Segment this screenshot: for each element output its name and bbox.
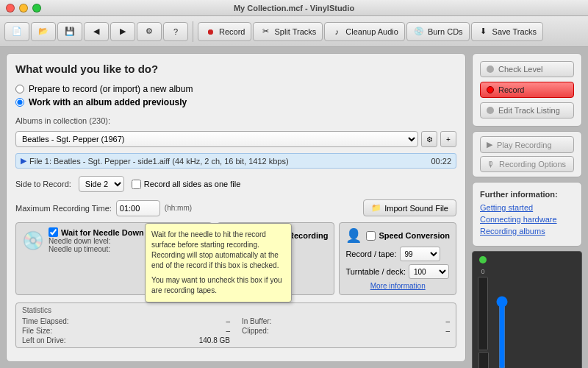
- record-button[interactable]: ⏺ Record: [198, 22, 251, 41]
- radio-existing-row[interactable]: Work with an album added previously: [15, 97, 456, 107]
- file-row: ▶ File 1: Beatles - Sgt. Pepper - side1.…: [15, 153, 456, 169]
- further-info-title: Further information:: [480, 190, 574, 199]
- level-meter-bars: 0: [477, 256, 489, 368]
- maximize-button[interactable]: [32, 4, 41, 13]
- minimize-button[interactable]: [19, 4, 28, 13]
- window-title: My Collection.mcf - VinylStudio: [234, 4, 354, 13]
- recording-options-button[interactable]: 🎙 Recording Options: [480, 156, 574, 172]
- album-select[interactable]: Beatles - Sgt. Pepper (1967): [15, 131, 418, 147]
- file-size-row: File Size: –: [22, 327, 230, 335]
- record-action-label: Record: [498, 85, 524, 94]
- recording-options-label: Recording Options: [499, 160, 566, 169]
- open-button[interactable]: 📂: [31, 22, 56, 41]
- more-info-link[interactable]: More information: [345, 282, 450, 290]
- check-level-icon: [487, 66, 494, 73]
- max-time-unit: (hh:mm): [165, 204, 192, 212]
- stats-panel: Statistics Time Elapsed: – In Buffer: – …: [15, 302, 456, 348]
- play-recording-label: Play Recording: [497, 141, 552, 149]
- tooltip-text2: You may want to uncheck this box if you …: [151, 275, 285, 296]
- record-all-row[interactable]: Record all sides as one file: [132, 180, 240, 189]
- record-action-icon: [487, 86, 494, 93]
- further-info-panel: Further information: Getting started Con…: [472, 182, 582, 247]
- speed-panel: 👤 Speed Conversion Record / tape: 99 Tur…: [339, 222, 456, 295]
- needle-down-row[interactable]: Wait for Needle Down: [49, 227, 144, 237]
- album-settings-button[interactable]: ⚙: [421, 131, 437, 147]
- level-slider[interactable]: [495, 296, 509, 369]
- edit-track-listing-button[interactable]: Edit Track Listing: [480, 102, 574, 118]
- side-label: Side to Record:: [15, 180, 71, 188]
- record-tape-select[interactable]: 99: [400, 247, 440, 261]
- save-tracks-button[interactable]: ⬇ Save Tracks: [471, 22, 544, 41]
- speed-checkbox[interactable]: [366, 231, 376, 241]
- side-select[interactable]: Side 2: [79, 176, 124, 192]
- window-controls: [6, 4, 41, 13]
- turntable-row: Turntable / deck: 100: [345, 264, 450, 279]
- radio-new-label: Prepare to record (or import) a new albu…: [29, 84, 193, 94]
- speed-row[interactable]: Speed Conversion: [366, 231, 450, 241]
- import-sound-file-button[interactable]: 📁 Import Sound File: [363, 199, 456, 216]
- level-zero: 0: [481, 268, 484, 275]
- burn-cds-button[interactable]: 💿 Burn CDs: [406, 22, 470, 41]
- file-duration: 00:22: [431, 157, 451, 166]
- page-title: What would you like to do?: [15, 63, 456, 75]
- needle-down-checkbox[interactable]: [49, 227, 58, 237]
- back-icon: ◀: [90, 26, 102, 38]
- record-tape-row: Record / tape: 99: [345, 247, 450, 261]
- open-icon: 📂: [37, 26, 49, 38]
- split-tracks-button[interactable]: ✂ Split Tracks: [253, 22, 323, 41]
- help-button[interactable]: ?: [163, 22, 188, 41]
- record-all-checkbox[interactable]: [132, 180, 141, 189]
- stats-grid: Time Elapsed: – In Buffer: – File Size: …: [22, 317, 450, 344]
- level-mask-right: [479, 353, 488, 368]
- save-tracks-icon: ⬇: [478, 26, 490, 38]
- vinyl-icon: 💿: [22, 230, 44, 251]
- needle-down-panel: 💿 Wait for Needle Down Needle down level…: [15, 222, 212, 295]
- side-row: Side to Record: Side 2 Record all sides …: [15, 176, 456, 192]
- split-icon: ✂: [259, 26, 271, 38]
- play-recording-button[interactable]: ▶ Play Recording: [480, 136, 574, 153]
- max-time-input[interactable]: [116, 200, 160, 216]
- record-tape-label: Record / tape:: [345, 250, 396, 258]
- in-buffer-label: In Buffer:: [242, 317, 271, 325]
- level-dot: [479, 256, 487, 263]
- import-icon: 📁: [371, 203, 381, 213]
- turntable-select[interactable]: 100: [409, 264, 449, 279]
- connecting-hardware-link[interactable]: Connecting hardware: [480, 215, 574, 224]
- toolbar-separator: [193, 21, 193, 42]
- burn-label: Burn CDs: [428, 27, 463, 36]
- forward-icon: ▶: [117, 26, 129, 38]
- level-mask-left: [478, 277, 487, 350]
- needle-down-detail1: Needle down level:: [49, 237, 144, 245]
- getting-started-link[interactable]: Getting started: [480, 203, 574, 212]
- turntable-label: Turntable / deck:: [345, 267, 406, 276]
- stats-title: Statistics: [22, 306, 450, 314]
- radio-existing[interactable]: [15, 98, 24, 107]
- album-add-button[interactable]: +: [440, 131, 456, 147]
- help-icon: ?: [170, 26, 182, 38]
- record-action-button[interactable]: Record: [480, 82, 574, 98]
- albums-label: Albums in collection (230):: [15, 116, 456, 125]
- tooltip-text1: Wait for the needle to hit the record su…: [151, 230, 285, 271]
- cleanup-audio-button[interactable]: ♪ Cleanup Audio: [324, 22, 405, 41]
- new-button[interactable]: 📄: [4, 22, 29, 41]
- save-button[interactable]: 💾: [57, 22, 82, 41]
- check-level-button[interactable]: Check Level: [480, 61, 574, 77]
- forward-button[interactable]: ▶: [110, 22, 135, 41]
- time-elapsed-value: –: [226, 317, 230, 325]
- radio-new-row[interactable]: Prepare to record (or import) a new albu…: [15, 84, 456, 94]
- radio-existing-label: Work with an album added previously: [29, 97, 187, 107]
- max-time-row: Maximum Recording Time: (hh:mm) 📁 Import…: [15, 199, 456, 216]
- radio-group: Prepare to record (or import) a new albu…: [15, 84, 456, 107]
- playback-panel: ▶ Play Recording 🎙 Recording Options: [472, 131, 582, 177]
- in-buffer-value: –: [445, 317, 450, 325]
- back-button[interactable]: ◀: [84, 22, 109, 41]
- radio-new[interactable]: [15, 85, 24, 93]
- file-icon: ▶: [21, 156, 26, 166]
- close-button[interactable]: [6, 4, 15, 13]
- recording-albums-link[interactable]: Recording albums: [480, 227, 574, 236]
- split-label: Split Tracks: [274, 27, 316, 36]
- edit-track-label: Edit Track Listing: [498, 106, 560, 115]
- settings-button[interactable]: ⚙: [137, 22, 162, 41]
- record-label: Record: [219, 27, 245, 36]
- edit-icon: [487, 107, 494, 114]
